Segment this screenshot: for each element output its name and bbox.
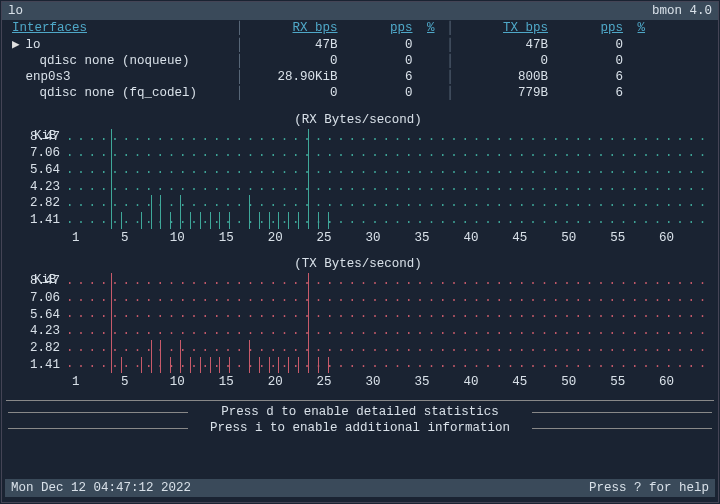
table-row[interactable]: qdisc none (fq_codel)│00│779B6 xyxy=(2,85,718,101)
statusbar: Mon Dec 12 04:47:12 2022 Press ? for hel… xyxy=(5,479,715,497)
statusbar-help: Press ? for help xyxy=(589,480,709,496)
col-header-pct1: % xyxy=(413,20,443,36)
tx-chart-unit: KiB xyxy=(34,272,57,288)
table-row[interactable]: qdisc none (noqueue)│00│00 xyxy=(2,53,718,69)
interface-table[interactable]: ▶lo│47B0│47B0 qdisc none (noqueue)│00│00… xyxy=(2,37,718,102)
tx-bps: 47B xyxy=(458,37,548,53)
tx-chart: (TX Bytes/second) KiB 8.477.065.644.232.… xyxy=(2,256,718,391)
rx-bps: 47B xyxy=(248,37,338,53)
tx-pps: 6 xyxy=(548,69,623,85)
rx-bps: 28.90KiB xyxy=(248,69,338,85)
col-header-pps2: pps xyxy=(548,20,623,36)
rx-bps: 0 xyxy=(248,85,338,101)
interface-name: qdisc none (fq_codel) xyxy=(20,86,198,100)
col-header-interfaces: Interfaces xyxy=(12,20,232,36)
rx-chart-title: (RX Bytes/second) xyxy=(8,112,708,128)
interface-name: lo xyxy=(20,38,41,52)
rx-chart-unit: KiB xyxy=(34,128,57,144)
titlebar: lo bmon 4.0 xyxy=(2,2,718,20)
col-header-pps1: pps xyxy=(338,20,413,36)
rx-pps: 0 xyxy=(338,37,413,53)
rx-plot-area: ........................................… xyxy=(66,129,708,229)
interface-name: qdisc none (noqueue) xyxy=(20,54,190,68)
col-header-pct2: % xyxy=(623,20,653,36)
tx-bps: 779B xyxy=(458,85,548,101)
table-row[interactable]: ▶lo│47B0│47B0 xyxy=(2,37,718,53)
col-header-rxbps: RX bps xyxy=(248,20,338,36)
rx-pps: 0 xyxy=(338,85,413,101)
table-header: Interfaces │ RX bps pps % │ TX bps pps % xyxy=(2,20,718,36)
rx-pps: 6 xyxy=(338,69,413,85)
rx-pps: 0 xyxy=(338,53,413,69)
tx-plot-area: ........................................… xyxy=(66,273,708,373)
table-row[interactable]: enp0s3│28.90KiB6│800B6 xyxy=(2,69,718,85)
rx-bps: 0 xyxy=(248,53,338,69)
hint-additional: Press i to enable additional information xyxy=(2,420,718,436)
titlebar-left: lo xyxy=(8,3,23,19)
tx-pps: 0 xyxy=(548,53,623,69)
tx-chart-title: (TX Bytes/second) xyxy=(8,256,708,272)
col-header-txbps: TX bps xyxy=(458,20,548,36)
hint-detailed: Press d to enable detailed statistics xyxy=(2,404,718,420)
rx-chart: (RX Bytes/second) KiB 8.477.065.644.232.… xyxy=(2,112,718,247)
interface-name: enp0s3 xyxy=(20,70,71,84)
tx-pps: 0 xyxy=(548,37,623,53)
rx-x-axis: 151015202530354045505560 xyxy=(8,230,708,246)
tx-x-axis: 151015202530354045505560 xyxy=(8,374,708,390)
titlebar-right: bmon 4.0 xyxy=(652,3,712,19)
tx-pps: 6 xyxy=(548,85,623,101)
statusbar-date: Mon Dec 12 04:47:12 2022 xyxy=(11,480,191,496)
tx-bps: 0 xyxy=(458,53,548,69)
divider xyxy=(6,400,714,401)
tx-bps: 800B xyxy=(458,69,548,85)
